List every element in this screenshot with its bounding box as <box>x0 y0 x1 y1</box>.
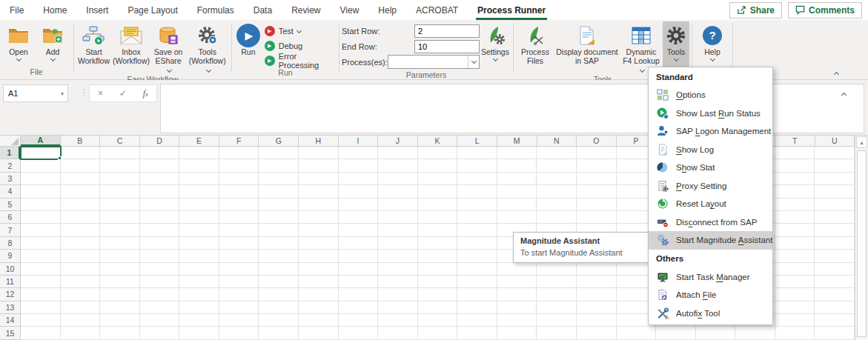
cell-E14[interactable] <box>179 314 219 327</box>
cell-B4[interactable] <box>61 185 101 198</box>
enter-check-icon[interactable]: ✓ <box>119 88 127 99</box>
cell-L3[interactable] <box>457 173 497 185</box>
cell-H6[interactable] <box>299 211 339 224</box>
cell-E4[interactable] <box>179 185 219 198</box>
cell-C8[interactable] <box>100 237 140 250</box>
cell-J13[interactable] <box>378 301 418 314</box>
open-button[interactable]: Open <box>1 21 36 67</box>
cell-K3[interactable] <box>418 173 458 185</box>
cell-A8[interactable] <box>21 237 61 250</box>
cell-O15[interactable] <box>577 327 617 339</box>
cell-G1[interactable] <box>259 147 299 159</box>
cell-F3[interactable] <box>219 173 259 185</box>
cell-G8[interactable] <box>259 237 299 250</box>
cell-M5[interactable] <box>497 199 537 211</box>
cell-L5[interactable] <box>457 199 497 211</box>
cell-G14[interactable] <box>259 314 299 327</box>
tab-process-runner[interactable]: Process Runner <box>468 0 555 20</box>
cell-U3[interactable] <box>815 173 855 185</box>
cell-C1[interactable] <box>100 147 140 159</box>
select-all-corner[interactable] <box>0 136 21 147</box>
cell-L11[interactable] <box>457 276 497 288</box>
cell-D13[interactable] <box>140 301 180 314</box>
cell-C10[interactable] <box>100 263 140 276</box>
cell-J14[interactable] <box>378 314 418 327</box>
row-header-2[interactable]: 2 <box>0 159 20 172</box>
cell-H8[interactable] <box>299 237 339 250</box>
tab-acrobat[interactable]: ACROBAT <box>406 0 468 20</box>
cell-B15[interactable] <box>61 327 101 339</box>
cell-G3[interactable] <box>259 173 299 185</box>
name-box[interactable]: A1 ▾ <box>3 84 68 102</box>
cell-T2[interactable] <box>775 159 815 172</box>
column-header-M[interactable]: M <box>497 136 537 146</box>
cell-M12[interactable] <box>497 288 537 301</box>
cell-T11[interactable] <box>775 276 815 288</box>
cell-O6[interactable] <box>577 211 617 224</box>
cell-F4[interactable] <box>219 185 259 198</box>
cell-M13[interactable] <box>497 301 537 314</box>
cell-D10[interactable] <box>140 263 180 276</box>
cell-E2[interactable] <box>179 159 219 172</box>
column-header-J[interactable]: J <box>378 136 418 146</box>
cell-L13[interactable] <box>457 301 497 314</box>
cell-A10[interactable] <box>21 263 61 276</box>
row-header-14[interactable]: 14 <box>0 314 20 327</box>
tab-home[interactable]: Home <box>33 0 76 20</box>
cell-N1[interactable] <box>537 147 577 159</box>
cell-G9[interactable] <box>259 250 299 262</box>
row-header-6[interactable]: 6 <box>0 211 20 224</box>
cell-B10[interactable] <box>61 263 101 276</box>
cell-F15[interactable] <box>219 327 259 339</box>
cell-I5[interactable] <box>339 199 379 211</box>
cell-L15[interactable] <box>457 327 497 339</box>
cell-N12[interactable] <box>537 288 577 301</box>
cell-J12[interactable] <box>378 288 418 301</box>
column-header-B[interactable]: B <box>61 136 101 146</box>
cell-A15[interactable] <box>21 327 61 339</box>
cell-U10[interactable] <box>815 263 855 276</box>
cell-G7[interactable] <box>259 224 299 236</box>
tab-review[interactable]: Review <box>282 0 330 20</box>
cell-A2[interactable] <box>21 159 61 172</box>
cell-G10[interactable] <box>259 263 299 276</box>
cell-O4[interactable] <box>577 185 617 198</box>
column-header-L[interactable]: L <box>457 136 497 146</box>
column-header-N[interactable]: N <box>537 136 577 146</box>
cell-T9[interactable] <box>775 250 815 262</box>
cell-U11[interactable] <box>815 276 855 288</box>
cell-T3[interactable] <box>775 173 815 185</box>
cell-I6[interactable] <box>339 211 379 224</box>
menu-item-sap-logon-management[interactable]: SAP Logon Management <box>649 122 772 141</box>
cell-G5[interactable] <box>259 199 299 211</box>
cell-H2[interactable] <box>299 159 339 172</box>
cell-L14[interactable] <box>457 314 497 327</box>
cell-T10[interactable] <box>775 263 815 276</box>
cell-D1[interactable] <box>140 147 180 159</box>
cell-B12[interactable] <box>61 288 101 301</box>
cell-U15[interactable] <box>815 327 855 339</box>
cell-H10[interactable] <box>299 263 339 276</box>
cell-J9[interactable] <box>378 250 418 262</box>
cell-A4[interactable] <box>21 185 61 198</box>
cell-B1[interactable] <box>61 147 101 159</box>
menu-item-show-log[interactable]: Show Log <box>649 141 772 159</box>
cell-I4[interactable] <box>339 185 379 198</box>
cell-R15[interactable] <box>696 327 736 339</box>
cell-M14[interactable] <box>497 314 537 327</box>
cell-I15[interactable] <box>339 327 379 339</box>
menu-item-show-stat[interactable]: Show Stat <box>649 159 772 177</box>
cell-M2[interactable] <box>497 159 537 172</box>
cell-H4[interactable] <box>299 185 339 198</box>
cell-B7[interactable] <box>61 224 101 236</box>
cell-K1[interactable] <box>418 147 458 159</box>
save-on-eshare-button[interactable]: Save on EShare <box>151 21 185 74</box>
column-header-K[interactable]: K <box>418 136 458 146</box>
cell-H14[interactable] <box>299 314 339 327</box>
tab-formulas[interactable]: Formulas <box>188 0 244 20</box>
process-files-button[interactable]: Process Files <box>516 21 554 74</box>
menu-item-options[interactable]: Options <box>649 86 772 104</box>
column-header-F[interactable]: F <box>219 136 259 146</box>
cell-H13[interactable] <box>299 301 339 314</box>
cell-U6[interactable] <box>815 211 855 224</box>
